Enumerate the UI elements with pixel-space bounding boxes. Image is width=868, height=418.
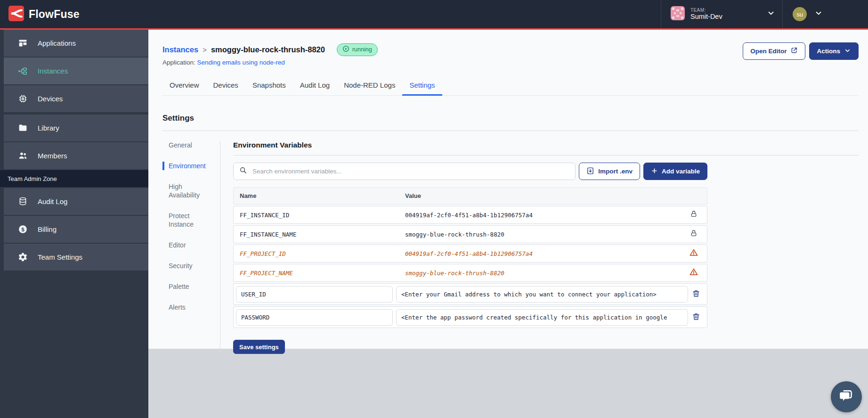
import-env-label: Import .env	[598, 168, 633, 175]
env-variables-table: Name Value FF_INSTANCE_ID 004919af-2cf0-…	[233, 187, 707, 328]
tab-snapshots[interactable]: Snapshots	[245, 76, 293, 96]
sidebar-item-label: Team Settings	[38, 253, 82, 261]
import-env-icon	[586, 167, 594, 176]
sidebar-item-label: Billing	[38, 225, 57, 233]
add-variable-button[interactable]: Add variable	[643, 163, 707, 180]
settings-section: Settings General Environment High Availa…	[162, 114, 859, 354]
settings-nav: General Environment High Availability Pr…	[162, 141, 220, 354]
open-editor-label: Open Editor	[750, 48, 787, 55]
env-name-input[interactable]	[236, 286, 393, 303]
library-icon	[17, 123, 28, 133]
sidebar-item-team-settings[interactable]: Team Settings	[4, 244, 148, 270]
sidebar-item-library[interactable]: Library	[4, 115, 148, 141]
env-var-name: FF_INSTANCE_NAME	[234, 231, 399, 238]
sidebar-item-devices[interactable]: Devices	[4, 85, 148, 112]
env-var-name: FF_PROJECT_ID	[234, 250, 399, 257]
sidebar-item-label: Instances	[38, 67, 68, 75]
settings-heading: Settings	[162, 114, 859, 123]
team-selector[interactable]: TEAM: Sumit-Dev	[661, 0, 783, 28]
environment-panel: Environment Variables	[220, 141, 859, 354]
sidebar-item-billing[interactable]: $ Billing	[4, 216, 148, 243]
team-meta: TEAM: Sumit-Dev	[690, 8, 722, 21]
table-row-password	[233, 306, 707, 328]
env-var-value: 004919af-2cf0-4f51-a8b4-1b12906757a4	[399, 250, 681, 257]
settings-nav-security[interactable]: Security	[162, 262, 211, 270]
main-content: Instances > smoggy-blue-rock-thrush-8820…	[148, 30, 868, 349]
tab-overview[interactable]: Overview	[162, 76, 206, 96]
top-navbar: FlowFuse TEAM: Sumit-Dev su	[0, 0, 868, 30]
search-icon	[239, 166, 247, 176]
sidebar-item-instances[interactable]: Instances	[4, 57, 148, 84]
trash-icon	[692, 289, 700, 299]
chat-widget-button[interactable]	[831, 381, 862, 412]
delete-variable-button[interactable]	[692, 289, 700, 299]
team-admin-zone-label: Team Admin Zone	[0, 170, 148, 187]
tab-audit-log[interactable]: Audit Log	[293, 76, 337, 96]
lock-icon	[690, 229, 698, 239]
warning-icon	[690, 268, 698, 278]
settings-nav-alerts[interactable]: Alerts	[162, 303, 211, 311]
search-input[interactable]	[251, 167, 569, 175]
sidebar-item-applications[interactable]: Applications	[4, 30, 148, 57]
env-name-input[interactable]	[236, 309, 393, 326]
table-row-ff-instance-name: FF_INSTANCE_NAME smoggy-blue-rock-thrush…	[233, 225, 707, 243]
sidebar-item-label: Applications	[38, 39, 76, 47]
team-label: TEAM:	[690, 8, 722, 13]
warning-icon	[690, 248, 698, 259]
page-title: smoggy-blue-rock-thrush-8820	[211, 45, 325, 54]
settings-nav-protect-instance[interactable]: Protect Instance	[162, 212, 211, 229]
actions-button[interactable]: Actions	[809, 42, 859, 60]
chat-icon	[838, 388, 854, 406]
chevron-down-icon	[814, 9, 823, 19]
chevron-down-icon	[844, 47, 851, 56]
status-badge-label: running	[352, 46, 372, 53]
lock-icon	[690, 210, 698, 220]
application-line: Application: Sending emails using node-r…	[162, 59, 859, 66]
audit-log-icon	[17, 197, 28, 207]
settings-nav-environment[interactable]: Environment	[162, 162, 211, 170]
sidebar-item-members[interactable]: Members	[4, 142, 148, 169]
breadcrumb-instances-link[interactable]: Instances	[162, 45, 198, 54]
env-controls: Import .env Add variable	[233, 163, 707, 180]
tab-devices[interactable]: Devices	[206, 76, 245, 96]
env-value-input[interactable]	[396, 309, 688, 326]
open-editor-button[interactable]: Open Editor	[743, 42, 805, 60]
application-label: Application:	[162, 59, 195, 66]
play-circle-icon	[342, 45, 349, 54]
env-value-input[interactable]	[396, 286, 688, 303]
env-search	[233, 163, 576, 180]
topbar-right: TEAM: Sumit-Dev su	[661, 0, 868, 28]
svg-text:$: $	[21, 226, 24, 233]
env-var-value: smoggy-blue-rock-thrush-8820	[399, 231, 681, 238]
tab-settings[interactable]: Settings	[402, 76, 442, 96]
sidebar-item-label: Library	[38, 124, 59, 132]
delete-variable-button[interactable]	[692, 312, 700, 322]
sidebar-item-label: Members	[38, 152, 67, 160]
team-name: Sumit-Dev	[690, 13, 722, 21]
settings-nav-high-availability[interactable]: High Availability	[162, 182, 211, 199]
application-link[interactable]: Sending emails using node-red	[197, 59, 285, 66]
user-menu[interactable]: su	[783, 0, 868, 28]
sidebar-item-label: Audit Log	[38, 197, 67, 205]
save-settings-button[interactable]: Save settings	[233, 340, 285, 354]
tab-node-red-logs[interactable]: Node-RED Logs	[337, 76, 402, 96]
table-row-ff-instance-id: FF_INSTANCE_ID 004919af-2cf0-4f51-a8b4-1…	[233, 206, 707, 224]
external-link-icon	[790, 47, 798, 56]
import-env-button[interactable]: Import .env	[579, 163, 640, 180]
applications-icon	[17, 38, 28, 49]
instance-tabs: Overview Devices Snapshots Audit Log Nod…	[162, 76, 859, 96]
flowfuse-logo-icon	[8, 6, 24, 23]
sidebar-item-label: Devices	[38, 95, 63, 103]
breadcrumb-separator: >	[203, 46, 207, 54]
table-row-ff-project-name: FF_PROJECT_NAME smoggy-blue-rock-thrush-…	[233, 264, 707, 282]
settings-nav-general[interactable]: General	[162, 141, 211, 149]
brand-name: FlowFuse	[29, 8, 80, 21]
add-variable-label: Add variable	[662, 168, 700, 175]
settings-nav-palette[interactable]: Palette	[162, 282, 211, 291]
sidebar: Applications Instances Devices Library	[0, 30, 148, 418]
sidebar-item-audit-log[interactable]: Audit Log	[4, 188, 148, 215]
settings-nav-editor[interactable]: Editor	[162, 241, 211, 249]
environment-variables-heading: Environment Variables	[233, 141, 859, 149]
trash-icon	[692, 312, 700, 322]
flowfuse-brand[interactable]: FlowFuse	[0, 6, 80, 23]
